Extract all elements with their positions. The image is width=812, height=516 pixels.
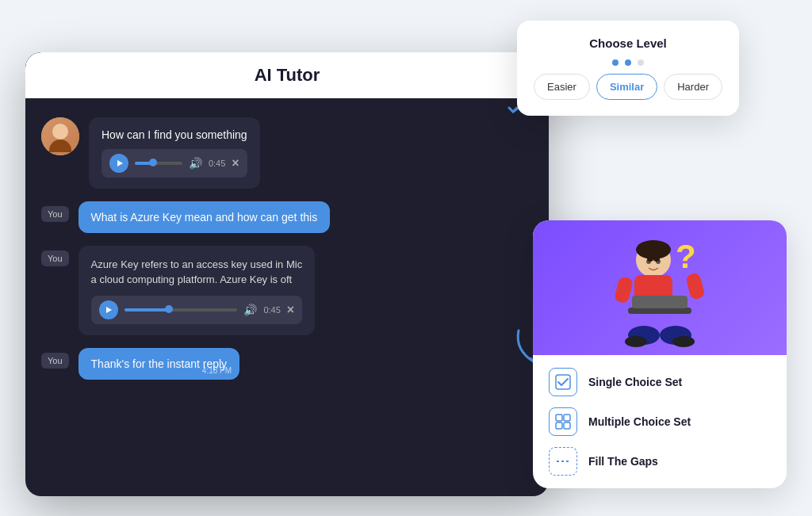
close-icon[interactable]: × [232,156,239,170]
level-dots [533,59,723,66]
audio-player-2[interactable]: 🔊 0:45 × [91,296,303,324]
avatar [41,117,79,155]
single-choice-icon [549,368,577,396]
svg-point-2 [636,240,671,259]
message-timestamp: 4:18 PM [202,366,232,375]
chat-header: AI Tutor [25,52,549,98]
svg-rect-6 [628,308,691,314]
volume-icon-2[interactable]: 🔊 [243,304,257,316]
page-title: AI Tutor [44,65,530,86]
svg-point-11 [672,336,695,347]
svg-text:?: ? [676,238,696,275]
user-bubble-1: What is Azure Key mean and how can get t… [79,201,331,233]
play-button[interactable] [109,154,128,173]
multiple-choice-icon [549,407,577,436]
question-card-image: ? [533,220,787,355]
quiz-option-multiple[interactable]: Multiple Choice Set [549,407,771,436]
ai-bubble: How can I find you something 🔊 0:45 × [89,117,260,189]
level-options: Easier Similar Harder [533,74,723,100]
svg-rect-19 [556,422,562,429]
user-bubble-3: Thank's for the instant reply 4:18 PM [79,348,240,380]
choose-level-title: Choose Level [533,36,723,50]
dot-2 [625,59,631,66]
audio-duration-2: 0:45 [263,305,280,315]
user-message-1-row: You What is Azure Key mean and how can g… [41,201,533,233]
svg-rect-18 [564,415,570,421]
svg-rect-4 [614,276,634,304]
level-harder-button[interactable]: Harder [664,74,722,100]
progress-fill-2 [124,308,170,312]
question-card-body: Single Choice Set Multiple Choice Set [533,355,787,488]
ai-message-row: How can I find you something 🔊 0:45 × [41,117,533,189]
user-label-3: You [41,353,69,369]
progress-bar-2[interactable] [124,308,238,312]
quiz-option-single[interactable]: Single Choice Set [549,368,771,396]
chat-body: How can I find you something 🔊 0:45 × Yo… [25,98,549,399]
audio-player[interactable]: 🔊 0:45 × [102,149,247,178]
user-message-3-row: You Thank's for the instant reply 4:18 P… [41,348,533,380]
choose-level-card: Choose Level Easier Similar Harder [517,21,739,116]
ai-message-text: How can I find you something [102,128,247,141]
close-icon-2[interactable]: × [287,303,294,317]
chat-panel: AI Tutor How can I find you something 🔊 [25,52,549,496]
svg-point-10 [625,336,647,347]
dot-1 [612,59,619,66]
multiple-choice-label: Multiple Choice Set [588,415,691,428]
play-button-2[interactable] [99,300,118,319]
svg-rect-20 [564,422,570,429]
svg-point-14 [647,257,653,262]
svg-rect-17 [556,415,562,421]
user-message-1-text: What is Azure Key mean and how can get t… [91,211,318,224]
svg-rect-5 [685,272,706,300]
volume-icon[interactable]: 🔊 [189,157,202,170]
level-similar-button[interactable]: Similar [596,74,657,100]
user-label-2: You [41,250,69,266]
avatar-figure [41,117,79,155]
fill-gaps-label: Fill The Gaps [588,455,658,468]
level-easier-button[interactable]: Easier [534,74,590,100]
user-message-2-row: You Azure Key refers to an access key us… [41,246,533,335]
user-message-2-text: Azure Key refers to an access key used i… [91,257,303,288]
user-bubble-2: Azure Key refers to an access key used i… [79,246,316,335]
svg-rect-7 [632,296,688,308]
quiz-option-gaps[interactable]: Fill The Gaps [549,447,771,476]
question-card: ? [533,220,787,488]
dot-3 [638,59,644,66]
svg-point-15 [653,257,660,262]
audio-duration: 0:45 [209,159,225,168]
progress-bar[interactable] [135,162,182,165]
progress-fill [135,162,154,165]
fill-gaps-icon [549,447,577,476]
single-choice-label: Single Choice Set [588,376,682,388]
character-illustration: ? [604,224,715,351]
user-label-1: You [41,206,69,222]
